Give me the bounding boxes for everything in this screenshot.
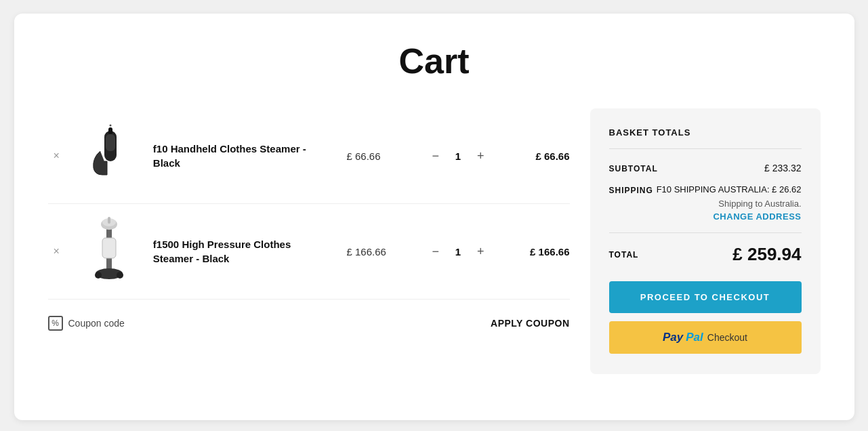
basket-sidebar: BASKET TOTALS SUBTOTAL £ 233.32 SHIPPING… [590,108,821,374]
total-label: TOTAL [609,250,639,260]
cart-items-section: × [48,108,570,374]
handheld-steamer-image [85,124,133,188]
svg-rect-11 [102,238,116,258]
shipping-to-text: Shipping to Australia. [657,199,802,209]
paypal-checkout-button[interactable]: PayPal Checkout [609,321,802,354]
coupon-icon: % [48,316,63,331]
paypal-checkout-text: Checkout [707,332,747,343]
item-1-quantity: 1 [451,150,465,162]
item-1-increase-button[interactable]: + [473,148,489,165]
coupon-field-label: Coupon code [68,318,125,329]
table-row: × [48,204,570,300]
page-container: Cart × [14,14,854,420]
paypal-label-light: Pal [686,331,703,344]
item-1-image [79,122,140,190]
svg-rect-2 [108,127,112,134]
paypal-label-blue: Pay [663,331,683,344]
svg-point-10 [117,272,123,279]
svg-rect-7 [108,217,110,224]
table-row: × [48,108,570,204]
change-address-link[interactable]: CHANGE ADDRESS [657,211,802,222]
coupon-section: % Coupon code APPLY COUPON [48,300,570,347]
item-2-name: f1500 High Pressure Clothes Steamer - Bl… [153,237,313,266]
shipping-label: SHIPPING [609,184,653,195]
subtotal-value: £ 233.32 [764,163,802,173]
page-title: Cart [48,41,821,81]
basket-divider [609,148,802,149]
basket-title: BASKET TOTALS [609,127,802,138]
subtotal-row: SUBTOTAL £ 233.32 [609,163,802,173]
remove-item-1-button[interactable]: × [48,147,65,165]
item-2-total-price: £ 166.66 [516,246,570,258]
item-2-details: f1500 High Pressure Clothes Steamer - Bl… [153,237,313,266]
coupon-icon-wrap: % Coupon code [48,316,125,331]
item-2-unit-price: £ 166.66 [346,246,400,258]
item-2-decrease-button[interactable]: − [428,243,443,260]
subtotal-label: SUBTOTAL [609,163,658,173]
shipping-name: F10 SHIPPING AUSTRALIA: £ 26.62 [657,184,802,194]
item-1-total-price: £ 66.66 [516,150,570,162]
item-1-name: f10 Handheld Clothes Steamer - Black [153,142,313,170]
main-content: × [48,108,821,374]
item-1-unit-price: £ 66.66 [346,150,400,162]
svg-point-3 [109,124,111,126]
shipping-row: SHIPPING F10 SHIPPING AUSTRALIA: £ 26.62… [609,184,802,222]
item-1-decrease-button[interactable]: − [428,148,443,165]
total-value: £ 259.94 [732,244,801,265]
total-row: TOTAL £ 259.94 [609,232,802,265]
svg-rect-1 [106,134,115,151]
coupon-icon-label: % [51,319,59,328]
apply-coupon-button[interactable]: APPLY COUPON [491,318,569,329]
proceed-to-checkout-button[interactable]: PROCEED TO CHECKOUT [609,281,802,313]
remove-item-2-button[interactable]: × [48,243,65,260]
item-2-quantity-control: − 1 + [428,243,488,260]
item-1-details: f10 Handheld Clothes Steamer - Black [153,142,313,170]
standing-steamer-image [89,214,129,289]
item-1-quantity-control: − 1 + [428,148,488,165]
item-2-image [79,218,140,285]
svg-point-9 [95,272,102,279]
item-2-increase-button[interactable]: + [473,243,489,260]
shipping-info: F10 SHIPPING AUSTRALIA: £ 26.62 Shipping… [657,184,802,222]
item-2-quantity: 1 [451,246,465,258]
